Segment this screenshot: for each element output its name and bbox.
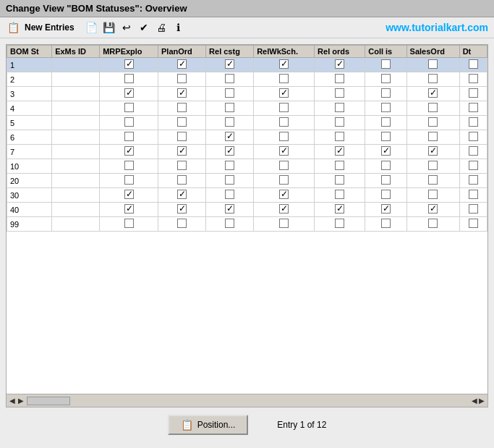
cell-ords[interactable] [315,58,365,72]
cell-mrp[interactable] [100,72,158,87]
checkbox-rel[interactable] [225,88,234,98]
checkbox-mrp[interactable] [124,190,134,199]
nav-scroll-thumb[interactable] [27,397,70,405]
checkbox-mrp[interactable] [124,103,134,112]
cell-rel[interactable] [206,203,254,217]
checkbox-rel[interactable] [225,204,234,214]
checkbox-rel[interactable] [225,175,234,185]
cell-plan[interactable] [158,145,206,159]
checkbox-rel[interactable] [225,190,234,199]
checkbox-dt[interactable] [469,88,478,98]
cell-rel[interactable] [206,101,254,116]
cell-mrp[interactable] [100,58,158,72]
checkbox-coll[interactable] [381,59,391,69]
cell-mrp[interactable] [100,87,158,101]
checkbox-plan[interactable] [177,190,187,199]
cell-rel[interactable] [206,188,254,203]
cell-rel[interactable] [206,58,254,72]
scroll-right-icon[interactable]: ▶ [479,397,485,405]
checkbox-relwk[interactable] [279,103,289,112]
cell-sales[interactable] [406,217,459,232]
cell-ords[interactable] [315,188,365,203]
cell-mrp[interactable] [100,159,158,174]
checkbox-dt[interactable] [469,219,478,228]
cell-plan[interactable] [158,58,206,72]
cell-ords[interactable] [315,145,365,159]
toolbar-save-icon[interactable]: 💾 [102,20,116,35]
cell-plan[interactable] [158,159,206,174]
cell-sales[interactable] [406,145,459,159]
checkbox-relwk[interactable] [279,117,289,127]
checkbox-mrp[interactable] [124,161,134,170]
nav-right-arrow[interactable]: ▶ [18,397,24,405]
cell-sales[interactable] [406,72,459,87]
cell-plan[interactable] [158,116,206,130]
cell-relwk[interactable] [254,87,315,101]
cell-dt[interactable] [459,159,487,174]
cell-mrp[interactable] [100,145,158,159]
cell-coll[interactable] [365,58,406,72]
checkbox-coll[interactable] [381,132,391,141]
cell-rel[interactable] [206,130,254,145]
checkbox-relwk[interactable] [279,175,289,185]
checkbox-sales[interactable] [428,132,438,141]
cell-relwk[interactable] [254,174,315,188]
checkbox-dt[interactable] [469,175,478,185]
cell-plan[interactable] [158,130,206,145]
cell-plan[interactable] [158,87,206,101]
checkbox-sales[interactable] [428,103,438,112]
checkbox-relwk[interactable] [279,132,289,141]
toolbar-check-icon[interactable]: ✔ [137,20,151,35]
checkbox-ords[interactable] [335,161,344,170]
checkbox-ords[interactable] [335,146,344,156]
cell-dt[interactable] [459,72,487,87]
checkbox-ords[interactable] [335,204,344,214]
cell-relwk[interactable] [254,203,315,217]
cell-sales[interactable] [406,101,459,116]
checkbox-sales[interactable] [428,88,438,98]
checkbox-ords[interactable] [335,219,344,228]
checkbox-ords[interactable] [335,175,344,185]
checkbox-mrp[interactable] [124,88,134,98]
cell-ords[interactable] [315,217,365,232]
cell-coll[interactable] [365,145,406,159]
cell-plan[interactable] [158,174,206,188]
checkbox-plan[interactable] [177,146,187,156]
checkbox-plan[interactable] [177,204,187,214]
checkbox-rel[interactable] [225,103,234,112]
cell-dt[interactable] [459,203,487,217]
cell-dt[interactable] [459,87,487,101]
checkbox-rel[interactable] [225,161,234,170]
checkbox-sales[interactable] [428,219,438,228]
checkbox-ords[interactable] [335,59,344,69]
checkbox-sales[interactable] [428,204,438,214]
checkbox-coll[interactable] [381,103,391,112]
checkbox-dt[interactable] [469,190,478,199]
cell-relwk[interactable] [254,58,315,72]
checkbox-mrp[interactable] [124,146,134,156]
checkbox-relwk[interactable] [279,74,289,83]
cell-dt[interactable] [459,58,487,72]
checkbox-relwk[interactable] [279,59,289,69]
checkbox-ords[interactable] [335,190,344,199]
checkbox-coll[interactable] [381,175,391,185]
checkbox-coll[interactable] [381,146,391,156]
cell-coll[interactable] [365,101,406,116]
cell-coll[interactable] [365,87,406,101]
cell-ords[interactable] [315,101,365,116]
cell-plan[interactable] [158,188,206,203]
cell-dt[interactable] [459,145,487,159]
checkbox-sales[interactable] [428,175,438,185]
cell-coll[interactable] [365,188,406,203]
checkbox-ords[interactable] [335,74,344,83]
cell-mrp[interactable] [100,116,158,130]
cell-coll[interactable] [365,203,406,217]
cell-dt[interactable] [459,174,487,188]
checkbox-ords[interactable] [335,117,344,127]
checkbox-ords[interactable] [335,132,344,141]
checkbox-plan[interactable] [177,88,187,98]
cell-sales[interactable] [406,159,459,174]
cell-relwk[interactable] [254,130,315,145]
checkbox-plan[interactable] [177,132,187,141]
cell-dt[interactable] [459,217,487,232]
